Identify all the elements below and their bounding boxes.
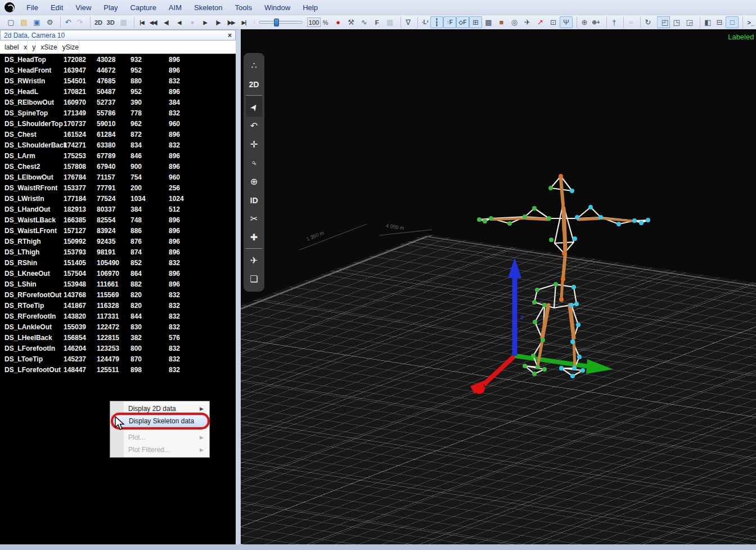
playback-speed-value[interactable]: 100: [307, 17, 321, 27]
nabla-icon[interactable]: ∇: [400, 16, 413, 28]
column-header[interactable]: xSize: [36, 41, 57, 53]
refresh-icon[interactable]: ↻: [640, 16, 653, 28]
layout-outline-button[interactable]: □: [726, 16, 739, 28]
menu-separator[interactable]: ▶: [126, 428, 207, 430]
step-back-button[interactable]: ◀|: [160, 16, 173, 28]
marker-l2-icon[interactable]: ∙L²: [417, 16, 430, 28]
follow-arrow-icon[interactable]: ↑F: [443, 16, 456, 28]
volume-cube-tool[interactable]: ❏: [246, 270, 262, 288]
table-row[interactable]: DS_LAnkleOut 155039 122472 830 832: [0, 321, 236, 332]
layout-right-button[interactable]: ◳: [670, 16, 683, 28]
table-row[interactable]: DS_LArm 175253 67789 846 896: [0, 150, 236, 161]
table-row[interactable]: DS_RToeTip 141867 116328 820 832: [0, 300, 236, 311]
menu-bar-item[interactable]: Help: [296, 1, 324, 14]
camera-system-icon[interactable]: ▦: [117, 16, 130, 28]
table-row[interactable]: DS_LHandOut 182913 80337 384 512: [0, 204, 236, 214]
table-row[interactable]: DS_LForefootOut 148447 125511 898 832: [0, 364, 236, 375]
trajectory-link-icon[interactable]: ∿: [358, 16, 371, 28]
table-row[interactable]: DS_LToeTip 145237 124479 870 832: [0, 354, 236, 364]
menu-bar-item[interactable]: Skeleton: [188, 1, 229, 14]
table-row[interactable]: DS_LShoulderBack 174271 63380 834 832: [0, 140, 236, 150]
fast-forward-button[interactable]: |▶▶: [224, 16, 237, 28]
go-first-button[interactable]: |◀: [134, 16, 147, 28]
table-row[interactable]: DS_RElbowOut 160970 52737 390 384: [0, 97, 236, 108]
column-header[interactable]: label: [0, 41, 19, 53]
open-folder-icon[interactable]: ▤: [17, 16, 30, 28]
go-last-button[interactable]: ▶|: [237, 16, 250, 28]
table-row[interactable]: DS_LShin 153948 111661 882 896: [0, 279, 236, 289]
fast-rewind-button[interactable]: ◀◀|: [147, 16, 160, 28]
zoom-magnifier-tool[interactable]: ♀: [242, 151, 267, 176]
view-2d-button[interactable]: 2D: [90, 16, 104, 28]
grid-3d-icon[interactable]: ⊞: [469, 16, 482, 28]
table-row[interactable]: DS_LWristIn 177184 77524 1034 1024: [0, 193, 236, 204]
table-row[interactable]: DS_RShin 151405 105490 852 832: [0, 257, 236, 268]
camera-view-icon[interactable]: ⊡: [547, 16, 560, 28]
side-2d-button[interactable]: 2D: [246, 75, 262, 93]
menu-item-display-2d-data[interactable]: Display 2D data ▶: [111, 403, 208, 415]
center-plus-icon[interactable]: ⊕+: [590, 16, 602, 28]
menu-bar-item[interactable]: Edit: [44, 1, 69, 14]
table-row[interactable]: DS_LElbowOut 176784 71157 754 960: [0, 172, 236, 182]
skeleton-person-icon[interactable]: Ψ: [560, 16, 573, 28]
select-arrow-tool[interactable]: ➤: [246, 95, 262, 117]
menu-item-plot[interactable]: Plot... ▶: [111, 431, 208, 444]
table-row[interactable]: DS_WaistRFront 153377 77791 200 256: [0, 182, 236, 193]
hammer-tool-icon[interactable]: ⚒: [345, 16, 358, 28]
table-row[interactable]: DS_WaistLFront 157127 83924 886 896: [0, 225, 236, 236]
save-icon[interactable]: ▣: [30, 16, 43, 28]
column-header[interactable]: x: [19, 41, 28, 53]
layout-left-filled-button[interactable]: ◧: [700, 16, 713, 28]
rotate-tool[interactable]: ↶: [246, 117, 262, 135]
slider-track[interactable]: [259, 21, 303, 24]
play-reverse-button[interactable]: ◀: [173, 16, 186, 28]
step-forward-button[interactable]: |▶: [212, 16, 224, 28]
column-header[interactable]: y: [28, 41, 36, 53]
marker-pointer-icon[interactable]: ↗: [534, 16, 547, 28]
table-row[interactable]: DS_LHeelBack 156854 122815 382 576: [0, 332, 236, 343]
viewport-3d[interactable]: Labeled tr 1 350 m 4 050 m z: [241, 29, 756, 544]
table-row[interactable]: DS_WaistLBack 166385 82554 748 896: [0, 214, 236, 225]
table-row[interactable]: DS_RForefootOut 143768 115569 820 832: [0, 289, 236, 300]
id-tool[interactable]: ID: [246, 191, 262, 209]
play-button[interactable]: ▶: [199, 16, 212, 28]
menu-bar-item[interactable]: AIM: [163, 1, 188, 14]
layout-bottom-button[interactable]: ⊟: [713, 16, 726, 28]
cut-scissors-tool[interactable]: ✂: [246, 209, 262, 228]
table-row[interactable]: DS_LForefootIn 146204 123253 800 832: [0, 343, 236, 354]
sphere-wire-icon[interactable]: ◎: [508, 16, 521, 28]
plane-f-icon[interactable]: ◇F: [456, 16, 469, 28]
redo-icon[interactable]: ↷: [73, 16, 86, 28]
center-crosshair-icon[interactable]: ⊕: [577, 16, 590, 28]
undo-icon[interactable]: ↶: [60, 16, 73, 28]
table-row[interactable]: DS_LThigh 153793 98191 874 896: [0, 247, 236, 257]
table-row[interactable]: DS_RForefootIn 143820 117331 844 832: [0, 311, 236, 321]
person-stand-icon[interactable]: †: [606, 16, 619, 28]
speed-slider[interactable]: [254, 21, 303, 24]
panel-divider[interactable]: [236, 30, 241, 544]
marker-trace-icon[interactable]: ┇: [430, 16, 443, 28]
menu-bar-item[interactable]: View: [69, 1, 97, 14]
layout-bottom-right-button[interactable]: ◲: [683, 16, 696, 28]
grid-small-icon[interactable]: ▦: [384, 16, 397, 28]
menu-bar-item[interactable]: Capture: [124, 1, 163, 14]
new-file-icon[interactable]: ▢: [4, 16, 17, 28]
fly-view-icon[interactable]: ✈: [521, 16, 534, 28]
table-row[interactable]: DS_Chest2 157808 67940 900 896: [0, 161, 236, 172]
menu-bar-item[interactable]: Tools: [229, 1, 258, 14]
table-row[interactable]: DS_Chest 161524 61284 872 896: [0, 129, 236, 140]
view-3d-button[interactable]: 3D: [104, 16, 117, 28]
settings-gear-icon[interactable]: ⚙: [43, 16, 56, 28]
add-marker-tool[interactable]: ✚: [246, 228, 262, 247]
table-row[interactable]: DS_HeadTop 172082 43028 932 896: [0, 54, 236, 65]
record-button[interactable]: ●: [332, 16, 345, 28]
cube-3d-icon[interactable]: ▩: [482, 16, 495, 28]
menu-bar-item[interactable]: Play: [97, 1, 124, 14]
table-row[interactable]: DS_SpineTop 171349 55786 778 832: [0, 108, 236, 118]
cube-brown-icon[interactable]: ■: [495, 16, 508, 28]
table-row[interactable]: DS_LShoulderTop 170737 59010 962 960: [0, 118, 236, 129]
pan-tool[interactable]: ✛: [246, 135, 262, 154]
menu-item-plot-filtered[interactable]: Plot Filtered... ▶: [111, 444, 208, 456]
fly-tool[interactable]: ✈: [246, 248, 262, 270]
slider-handle[interactable]: [274, 19, 279, 26]
